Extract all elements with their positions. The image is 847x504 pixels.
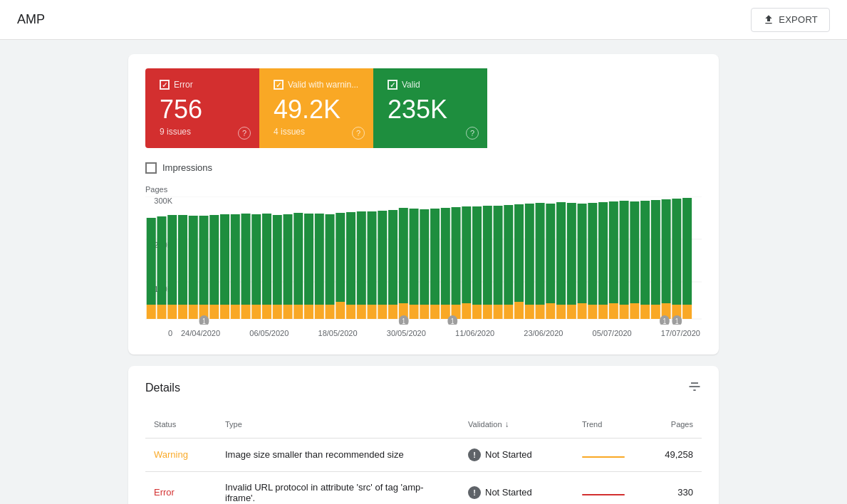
svg-rect-26 (262, 305, 271, 319)
x-label-5: 11/06/2020 (455, 329, 494, 337)
svg-rect-20 (231, 305, 240, 319)
svg-rect-79 (536, 203, 545, 305)
valid-card[interactable]: Valid 235K ? (373, 68, 487, 148)
svg-rect-31 (284, 214, 293, 305)
valid-checkbox[interactable] (388, 80, 397, 90)
svg-rect-72 (504, 305, 513, 319)
svg-rect-63 (452, 207, 461, 305)
x-label-7: 05/07/2020 (593, 329, 632, 337)
svg-rect-58 (430, 305, 440, 319)
filter-icon[interactable] (687, 380, 702, 397)
svg-rect-96 (630, 303, 639, 319)
svg-rect-24 (251, 305, 261, 319)
svg-rect-93 (609, 201, 618, 303)
svg-rect-19 (220, 214, 229, 305)
svg-rect-23 (241, 214, 251, 305)
svg-rect-4 (147, 305, 156, 319)
svg-rect-32 (293, 305, 303, 319)
svg-rect-84 (567, 305, 576, 319)
x-axis: 24/04/2020 06/05/2020 18/05/2020 30/05/2… (180, 329, 702, 337)
svg-rect-88 (588, 305, 597, 319)
svg-rect-45 (357, 211, 366, 305)
table-row[interactable]: Warning Image size smaller than recommen… (145, 438, 702, 471)
svg-rect-56 (420, 305, 429, 319)
svg-text:1: 1 (663, 317, 667, 325)
svg-rect-95 (620, 201, 629, 305)
validation-icon-1: ! (468, 448, 481, 461)
svg-rect-101 (651, 200, 660, 305)
svg-rect-77 (525, 204, 534, 305)
svg-rect-28 (273, 305, 282, 319)
svg-rect-51 (388, 210, 397, 305)
svg-rect-107 (682, 198, 692, 305)
svg-rect-76 (525, 305, 534, 319)
warning-card[interactable]: Valid with warnin... 49.2K 4 issues ? (259, 68, 373, 148)
warning-help-icon[interactable]: ? (352, 127, 365, 140)
svg-rect-12 (189, 305, 198, 319)
row-pages-2: 330 (645, 471, 702, 504)
details-table: Status Type Validation ↓ Trend (145, 414, 702, 504)
svg-rect-73 (504, 205, 513, 305)
svg-rect-39 (326, 214, 335, 305)
export-button[interactable]: EXPORT (751, 8, 830, 32)
row-status-1: Warning (145, 438, 217, 471)
card-header-error: Error (160, 80, 245, 90)
impressions-checkbox[interactable] (145, 162, 157, 174)
error-card[interactable]: Error 756 9 issues ? (145, 68, 259, 148)
trend-line-1 (582, 456, 625, 458)
error-help-icon[interactable]: ? (238, 127, 251, 140)
svg-rect-68 (483, 305, 492, 319)
svg-rect-97 (630, 201, 639, 303)
warning-label: Valid with warnin... (288, 80, 358, 90)
validation-icon-2: ! (468, 486, 481, 499)
x-label-4: 30/05/2020 (387, 329, 426, 337)
bar-chart: // Generated inline bars (145, 196, 702, 325)
x-label-8: 17/07/2020 (661, 329, 700, 337)
svg-rect-18 (220, 305, 229, 319)
svg-rect-5 (147, 218, 156, 305)
row-trend-1 (573, 438, 645, 471)
svg-rect-17 (209, 215, 219, 305)
svg-rect-13 (189, 216, 198, 305)
row-trend-2 (573, 471, 645, 504)
svg-rect-83 (556, 202, 566, 305)
svg-rect-27 (262, 214, 271, 305)
svg-rect-6 (157, 305, 166, 319)
chart-wrapper: Pages 300K 200K 100K 0 (145, 185, 702, 337)
sort-arrow-icon: ↓ (505, 419, 509, 429)
y-axis-label: Pages (145, 185, 702, 194)
card-header-valid: Valid (388, 80, 473, 90)
export-icon (763, 14, 774, 26)
svg-rect-82 (556, 305, 566, 319)
error-issues: 9 issues (160, 127, 245, 137)
page-title: AMP (17, 12, 45, 27)
validation-text-2: Not Started (485, 487, 532, 498)
svg-rect-87 (578, 204, 587, 303)
row-status-2: Error (145, 471, 217, 504)
validation-text-1: Not Started (485, 449, 532, 460)
svg-rect-42 (346, 305, 355, 319)
valid-help-icon[interactable]: ? (466, 127, 479, 140)
error-label: Error (174, 80, 193, 90)
svg-rect-35 (304, 214, 313, 305)
svg-rect-46 (368, 305, 377, 319)
svg-rect-59 (430, 209, 440, 305)
th-validation[interactable]: Validation ↓ (459, 414, 573, 439)
table-row[interactable]: Error Invalid URL protocol in attribute … (145, 471, 702, 504)
svg-text:1: 1 (675, 317, 679, 325)
card-header-warning: Valid with warnin... (274, 80, 359, 90)
svg-rect-37 (315, 214, 324, 305)
svg-rect-86 (578, 303, 587, 319)
error-checkbox[interactable] (160, 80, 170, 90)
x-label-6: 23/06/2020 (524, 329, 563, 337)
svg-rect-43 (346, 212, 355, 305)
warning-checkbox[interactable] (274, 80, 284, 90)
main-content: Error 756 9 issues ? Valid with warnin..… (0, 40, 847, 504)
svg-rect-71 (494, 206, 503, 305)
svg-rect-57 (420, 209, 429, 305)
svg-rect-69 (483, 206, 492, 305)
x-label-3: 18/05/2020 (318, 329, 358, 337)
svg-rect-38 (326, 305, 335, 319)
impressions-row: Impressions (145, 162, 702, 174)
svg-rect-44 (357, 305, 366, 319)
